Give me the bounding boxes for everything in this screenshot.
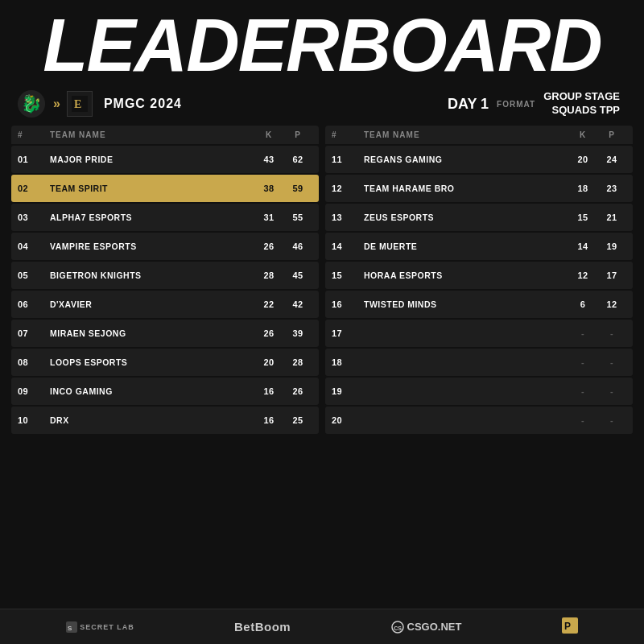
team-name-cell: DRX	[47, 415, 254, 425]
rank-cell: 02	[18, 184, 47, 193]
right-table-header: # TEAM NAME K P	[325, 126, 633, 144]
page-title: LEADERBOARD	[24, 8, 620, 82]
rank-cell: 07	[18, 328, 47, 338]
kills-header-right: K	[568, 130, 597, 139]
e-logo: E	[67, 91, 93, 117]
rank-cell: 12	[332, 184, 361, 193]
table-row: 07 MIRAEN SEJONG 26 39	[11, 320, 319, 347]
table-row: 16 TWISTED MINDS 6 12	[325, 291, 633, 318]
team-name-cell: LOOPS ESPORTS	[47, 357, 254, 367]
points-header-left: P	[283, 130, 312, 139]
table-row: 03 ALPHA7 ESPORTS 31 55	[11, 204, 319, 231]
kills-cell: 16	[254, 386, 283, 396]
points-cell: 55	[283, 213, 312, 222]
left-table: # TEAM NAME K P 01 MAJOR PRIDE 43 62 02 …	[11, 126, 319, 609]
kills-cell: -	[568, 328, 597, 338]
team-name-cell: INCO GAMING	[47, 386, 254, 396]
points-cell: 26	[283, 386, 312, 396]
tournament-name: PMGC 2024	[104, 97, 182, 111]
team-name-cell: MIRAEN SEJONG	[47, 328, 254, 338]
points-cell: 46	[283, 242, 312, 251]
subheader: 🐉 » E PMGC 2024 DAY 1 FORMAT GROUP STAGE…	[0, 82, 644, 126]
secretlab-text: SECRET LAB	[80, 623, 134, 631]
points-cell: 12	[597, 299, 626, 309]
team-name-cell: D'XAVIER	[47, 299, 254, 309]
kills-cell: -	[568, 415, 597, 425]
secretlab-icon: S	[66, 621, 77, 633]
footer: S SECRET LAB BetBoom CS CSGO.NET P	[0, 609, 644, 644]
team-name-cell: VAMPIRE ESPORTS	[47, 242, 254, 251]
points-cell: 21	[597, 213, 626, 222]
kills-cell: -	[568, 357, 597, 367]
rank-cell: 08	[18, 357, 47, 367]
table-row: 08 LOOPS ESPORTS 20 28	[11, 349, 319, 376]
kills-cell: 6	[568, 299, 597, 309]
points-cell: -	[597, 415, 626, 425]
table-row: 12 TEAM HARAME BRO 18 23	[325, 175, 633, 202]
kills-cell: -	[568, 386, 597, 396]
table-row: 02 TEAM SPIRIT 38 59	[11, 175, 319, 202]
team-header-right: TEAM NAME	[361, 130, 568, 139]
extra-logo: P	[562, 617, 578, 637]
points-cell: -	[597, 386, 626, 396]
rank-cell: 15	[332, 270, 361, 280]
points-cell: 62	[283, 155, 312, 164]
rank-cell: 04	[18, 242, 47, 251]
kills-cell: 15	[568, 213, 597, 222]
table-row: 13 ZEUS ESPORTS 15 21	[325, 204, 633, 231]
team-name-cell: TWISTED MINDS	[361, 299, 568, 309]
table-row: 05 BIGETRON KNIGHTS 28 45	[11, 262, 319, 289]
kills-header-left: K	[254, 130, 283, 139]
left-table-header: # TEAM NAME K P	[11, 126, 319, 144]
left-table-body: 01 MAJOR PRIDE 43 62 02 TEAM SPIRIT 38 5…	[11, 146, 319, 434]
kills-cell: 28	[254, 270, 283, 280]
rank-cell: 11	[332, 155, 361, 164]
rank-cell: 19	[332, 386, 361, 396]
team-name-cell: HORAA ESPORTS	[361, 270, 568, 280]
svg-text:🐉: 🐉	[21, 93, 43, 114]
team-name-cell: TEAM SPIRIT	[47, 184, 254, 193]
team-name-cell: MAJOR PRIDE	[47, 155, 254, 164]
points-cell: 28	[283, 357, 312, 367]
rank-cell: 09	[18, 386, 47, 396]
rank-cell: 17	[332, 328, 361, 338]
team-name-cell: ALPHA7 ESPORTS	[47, 213, 254, 222]
rank-header-left: #	[18, 130, 47, 139]
points-cell: 39	[283, 328, 312, 338]
svg-text:CS: CS	[394, 625, 402, 631]
kills-cell: 31	[254, 213, 283, 222]
points-cell: 25	[283, 415, 312, 425]
points-cell: 42	[283, 299, 312, 309]
right-table-body: 11 REGANS GAMING 20 24 12 TEAM HARAME BR…	[325, 146, 633, 434]
table-row: 17 - -	[325, 320, 633, 347]
kills-cell: 22	[254, 299, 283, 309]
kills-cell: 20	[568, 155, 597, 164]
points-cell: 59	[283, 184, 312, 193]
rank-cell: 05	[18, 270, 47, 280]
team-name-cell: TEAM HARAME BRO	[361, 184, 568, 193]
csgonet-icon: CS	[391, 621, 404, 634]
subheader-left: 🐉 » E PMGC 2024	[16, 89, 182, 119]
rank-cell: 10	[18, 415, 47, 425]
team-name-cell: BIGETRON KNIGHTS	[47, 270, 254, 280]
team-header-left: TEAM NAME	[47, 130, 254, 139]
points-header-right: P	[597, 130, 626, 139]
kills-cell: 14	[568, 242, 597, 251]
secretlab-brand: S SECRET LAB	[66, 621, 134, 633]
table-row: 04 VAMPIRE ESPORTS 26 46	[11, 233, 319, 260]
kills-cell: 26	[254, 242, 283, 251]
format-value: GROUP STAGESQUADS TPP	[543, 90, 620, 118]
format-label: FORMAT	[497, 100, 535, 109]
points-cell: -	[597, 328, 626, 338]
dragon-logo: 🐉	[16, 89, 47, 119]
subheader-right: DAY 1 FORMAT GROUP STAGESQUADS TPP	[448, 90, 620, 118]
points-cell: 24	[597, 155, 626, 164]
table-row: 18 - -	[325, 349, 633, 376]
rank-cell: 03	[18, 213, 47, 222]
rank-cell: 16	[332, 299, 361, 309]
points-cell: 17	[597, 270, 626, 280]
kills-cell: 38	[254, 184, 283, 193]
points-cell: 45	[283, 270, 312, 280]
table-row: 11 REGANS GAMING 20 24	[325, 146, 633, 173]
points-cell: 19	[597, 242, 626, 251]
